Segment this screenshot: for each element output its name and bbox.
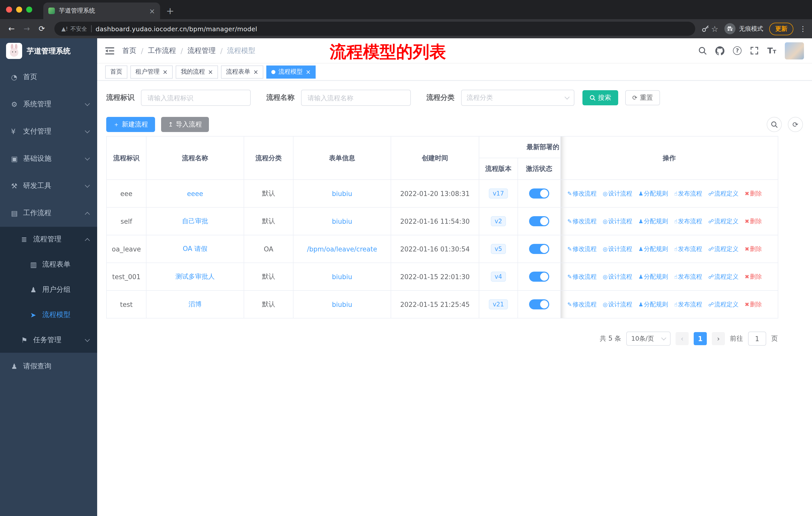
action-deploy-process[interactable]: ☝发布流程 — [674, 301, 702, 308]
current-page[interactable]: 1 — [694, 332, 707, 345]
version-badge[interactable]: v17 — [489, 188, 508, 198]
sidebar-item-workflow[interactable]: ▤ 工作流程 — [0, 199, 97, 227]
prev-page-button[interactable]: ‹ — [675, 332, 689, 345]
form-info-link[interactable]: biubiu — [332, 301, 352, 308]
sidebar-item-payment[interactable]: ¥ 支付管理 — [0, 118, 97, 145]
toggle-search-button[interactable] — [767, 117, 782, 132]
action-delete[interactable]: ✖删除 — [745, 245, 762, 252]
import-process-button[interactable]: ↥ 导入流程 — [161, 117, 209, 132]
action-edit-process[interactable]: ✎修改流程 — [567, 301, 597, 308]
active-toggle[interactable] — [529, 244, 549, 254]
action-edit-process[interactable]: ✎修改流程 — [567, 245, 597, 252]
breadcrumb-workflow[interactable]: 工作流程 — [148, 46, 176, 55]
process-name-link[interactable]: 测试多审批人 — [175, 273, 215, 280]
search-button[interactable]: 搜索 — [582, 90, 618, 105]
github-icon[interactable] — [716, 46, 725, 55]
action-assign-rule[interactable]: ♟分配规则 — [638, 245, 668, 252]
process-name-link[interactable]: 自己审批 — [182, 217, 208, 225]
close-icon[interactable]: × — [253, 69, 258, 75]
font-size-icon[interactable]: TT — [767, 46, 777, 55]
close-icon[interactable]: × — [306, 69, 311, 75]
action-design-process[interactable]: ◎设计流程 — [603, 217, 632, 224]
action-assign-rule[interactable]: ♟分配规则 — [638, 301, 668, 308]
breadcrumb-home[interactable]: 首页 — [122, 46, 137, 55]
process-name-link[interactable]: eeee — [187, 190, 203, 197]
sidebar-item-system[interactable]: ⚙ 系统管理 — [0, 91, 97, 118]
security-warning[interactable]: ▲!不安全 — [61, 25, 87, 32]
close-window-button[interactable] — [6, 6, 12, 12]
form-info-link[interactable]: biubiu — [332, 273, 352, 280]
action-delete[interactable]: ✖删除 — [745, 217, 762, 224]
sidebar-item-task-management[interactable]: ⚑ 任务管理 — [0, 328, 97, 353]
action-deploy-process[interactable]: ☝发布流程 — [674, 217, 702, 224]
sidebar-item-process-form[interactable]: ▥ 流程表单 — [0, 252, 97, 277]
version-badge[interactable]: v2 — [491, 216, 506, 226]
form-info-link[interactable]: biubiu — [332, 217, 352, 225]
action-assign-rule[interactable]: ♟分配规则 — [638, 217, 668, 224]
action-assign-rule[interactable]: ♟分配规则 — [638, 190, 668, 197]
action-design-process[interactable]: ◎设计流程 — [603, 245, 632, 252]
search-icon[interactable] — [698, 46, 707, 55]
process-name-input[interactable] — [301, 90, 411, 106]
update-button[interactable]: 更新 — [769, 22, 793, 35]
action-deploy-process[interactable]: ☝发布流程 — [674, 245, 702, 252]
action-deploy-process[interactable]: ☝发布流程 — [674, 190, 702, 197]
action-delete[interactable]: ✖删除 — [745, 190, 762, 197]
process-category-select[interactable]: 流程分类 — [461, 90, 574, 106]
active-toggle[interactable] — [529, 299, 549, 309]
action-delete[interactable]: ✖删除 — [745, 301, 762, 308]
tag-home[interactable]: 首页 — [105, 65, 127, 78]
action-process-definition[interactable]: ☍流程定义 — [708, 190, 738, 197]
action-design-process[interactable]: ◎设计流程 — [603, 301, 632, 308]
reload-icon[interactable]: ⟳ — [35, 22, 48, 35]
close-icon[interactable]: × — [208, 69, 213, 75]
process-name-link[interactable]: 滔博 — [188, 300, 202, 308]
form-info-link[interactable]: biubiu — [332, 190, 352, 197]
forward-icon[interactable]: → — [20, 22, 33, 35]
maximize-window-button[interactable] — [26, 6, 32, 12]
action-edit-process[interactable]: ✎修改流程 — [567, 273, 597, 280]
active-toggle[interactable] — [529, 188, 549, 198]
version-badge[interactable]: v21 — [489, 299, 508, 309]
user-avatar[interactable] — [785, 42, 804, 59]
create-process-button[interactable]: ＋ 新建流程 — [106, 117, 155, 132]
action-edit-process[interactable]: ✎修改流程 — [567, 217, 597, 224]
action-process-definition[interactable]: ☍流程定义 — [708, 217, 738, 224]
key-icon[interactable] — [701, 25, 709, 33]
goto-page-input[interactable]: 1 — [748, 332, 766, 346]
action-process-definition[interactable]: ☍流程定义 — [708, 245, 738, 252]
address-bar[interactable]: ▲!不安全 dashboard.yudao.iocoder.cn/bpm/man… — [54, 22, 695, 36]
close-icon[interactable]: × — [163, 69, 168, 75]
action-design-process[interactable]: ◎设计流程 — [603, 273, 632, 280]
process-id-input[interactable] — [141, 90, 251, 106]
next-page-button[interactable]: › — [712, 332, 725, 345]
action-assign-rule[interactable]: ♟分配规则 — [638, 273, 668, 280]
action-edit-process[interactable]: ✎修改流程 — [567, 190, 597, 197]
fullscreen-icon[interactable] — [750, 46, 759, 55]
breadcrumb-process-management[interactable]: 流程管理 — [187, 46, 216, 55]
help-icon[interactable]: ? — [733, 46, 742, 55]
version-badge[interactable]: v5 — [491, 244, 506, 254]
tag-my-process[interactable]: 我的流程× — [176, 65, 218, 78]
hamburger-icon[interactable] — [105, 47, 114, 55]
sidebar-item-process-model[interactable]: ➤ 流程模型 — [0, 302, 97, 328]
action-process-definition[interactable]: ☍流程定义 — [708, 301, 738, 308]
bookmark-star-icon[interactable]: ☆ — [711, 24, 718, 33]
tag-process-form[interactable]: 流程表单× — [221, 65, 263, 78]
sidebar-item-leave-query[interactable]: ♟ 请假查询 — [0, 353, 97, 380]
sidebar-item-process-management[interactable]: ≣ 流程管理 — [0, 227, 97, 252]
tag-process-model[interactable]: 流程模型× — [266, 65, 316, 78]
new-tab-button[interactable]: + — [166, 5, 174, 16]
tab-close-icon[interactable]: × — [149, 7, 155, 15]
version-badge[interactable]: v4 — [491, 272, 506, 282]
action-deploy-process[interactable]: ☝发布流程 — [674, 273, 702, 280]
action-process-definition[interactable]: ☍流程定义 — [708, 273, 738, 280]
form-info-link[interactable]: /bpm/oa/leave/create — [307, 245, 377, 253]
browser-tab[interactable]: 芋道管理系统 × — [43, 2, 160, 19]
sidebar-item-home[interactable]: ◔ 首页 — [0, 63, 97, 91]
active-toggle[interactable] — [529, 216, 549, 226]
refresh-table-button[interactable]: ⟳ — [788, 117, 803, 132]
page-size-select[interactable]: 10条/页 — [626, 332, 671, 346]
action-delete[interactable]: ✖删除 — [745, 273, 762, 280]
sidebar-item-user-group[interactable]: ♟ 用户分组 — [0, 277, 97, 302]
